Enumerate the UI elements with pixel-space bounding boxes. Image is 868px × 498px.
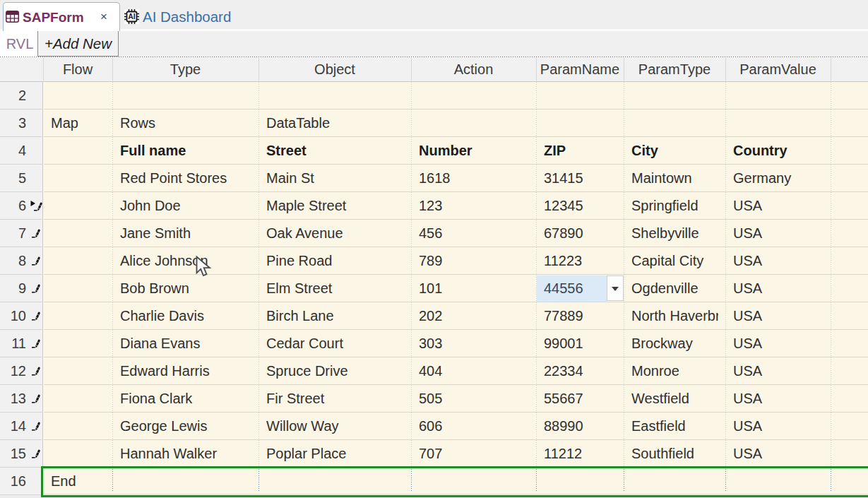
- svg-text:AI: AI: [128, 12, 136, 20]
